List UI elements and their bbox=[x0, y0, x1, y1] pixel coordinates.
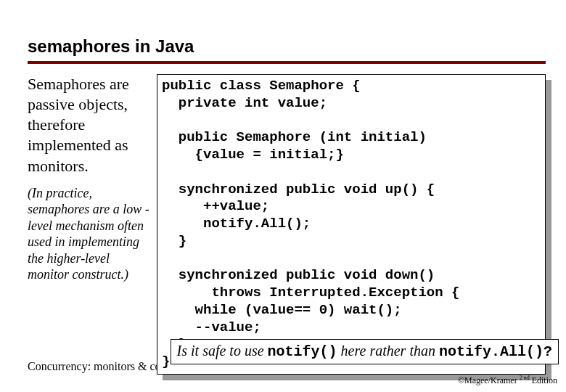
footer-right: ©Magee/Kramer 2 nd Edition bbox=[458, 375, 557, 386]
note-paragraph: (In practice, semaphores are a low -leve… bbox=[28, 185, 149, 283]
code-block: public class Semaphore { private int val… bbox=[157, 74, 546, 375]
slide-title: semaphores in Java bbox=[28, 36, 546, 57]
title-divider bbox=[28, 61, 546, 64]
question-text-mid: here rather than bbox=[337, 343, 439, 359]
callout-question: Is it safe to use notify() here rather t… bbox=[171, 339, 559, 364]
code-container: public class Semaphore { private int val… bbox=[157, 74, 546, 375]
left-column: Semaphores are passive objects, therefor… bbox=[28, 74, 157, 283]
footer-edition-sup: 2 nd bbox=[520, 375, 530, 381]
footer-copyright-post: Edition bbox=[530, 375, 557, 385]
description-paragraph: Semaphores are passive objects, therefor… bbox=[28, 74, 149, 176]
question-text-pre: Is it safe to use bbox=[177, 343, 268, 359]
content-columns: Semaphores are passive objects, therefor… bbox=[28, 74, 546, 375]
question-code2: notify.All()? bbox=[439, 343, 552, 360]
question-code1: notify() bbox=[268, 343, 337, 360]
footer-copyright-pre: ©Magee/Kramer bbox=[458, 375, 520, 385]
